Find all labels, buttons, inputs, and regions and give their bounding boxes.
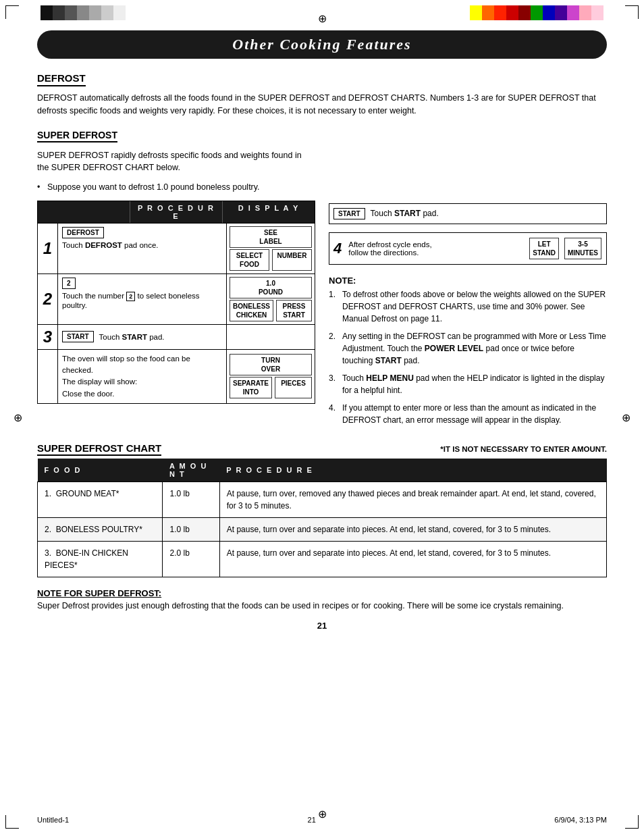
display-separate-into: SEPARATEINTO bbox=[230, 377, 272, 398]
num-2-key: 2 bbox=[62, 278, 76, 289]
proc-content-4: The oven will stop so the food can be ch… bbox=[58, 350, 227, 403]
chart-food-3: 3. BONE-IN CHICKEN PIECES* bbox=[38, 541, 163, 577]
footer-center: 21 bbox=[308, 816, 316, 824]
display-turn-over: TURNOVER bbox=[230, 354, 312, 375]
super-defrost-intro: SUPER DEFROST rapidly defrosts specific … bbox=[37, 149, 315, 175]
proc-row-2: 2 2 Touch the number 2 to select boneles… bbox=[38, 273, 315, 324]
footer-left: Untitled-1 bbox=[37, 816, 69, 824]
note-item-4: If you attempt to enter more or less tha… bbox=[329, 399, 607, 429]
chart-table-header-row: F O O D A M O U N T P R O C E D U R E bbox=[38, 459, 607, 482]
defrost-key: DEFROST bbox=[62, 227, 104, 238]
proc-header-display: D I S P L A Y bbox=[223, 201, 315, 223]
display-select-food: SELECTFOOD bbox=[230, 249, 269, 271]
proc-num-3: 3 bbox=[38, 325, 58, 349]
proc-row-4: The oven will stop so the food can be ch… bbox=[38, 349, 315, 403]
defrost-section: DEFROST DEFROST automatically defrosts a… bbox=[37, 72, 607, 429]
inline-2-key: 2 bbox=[126, 292, 135, 301]
proc-num-4 bbox=[38, 350, 58, 403]
display-pieces: PIECES bbox=[275, 377, 312, 398]
chart-note: *IT IS NOT NECESSARY TO ENTER AMOUNT. bbox=[440, 445, 607, 453]
proc-desc-1: Touch DEFROST pad once. bbox=[62, 241, 222, 249]
chart-row-3: 3. BONE-IN CHICKEN PIECES* 2.0 lb At pau… bbox=[38, 541, 607, 577]
proc-display-4: TURNOVER SEPARATEINTO PIECES bbox=[227, 350, 315, 403]
chart-proc-3: At pause, turn over and separate into pi… bbox=[219, 541, 606, 577]
note-list: To defrost other foods above or below th… bbox=[329, 286, 607, 429]
proc-num-1: 1 bbox=[38, 224, 58, 273]
super-note-title: NOTE FOR SUPER DEFROST: bbox=[37, 588, 607, 598]
chart-header-row: SUPER DEFROST CHART *IT IS NOT NECESSARY… bbox=[37, 442, 607, 456]
chart-title: SUPER DEFROST CHART bbox=[37, 442, 161, 456]
right-column: START Touch START pad. 4 After defrost c… bbox=[329, 149, 607, 429]
proc-display-3 bbox=[227, 325, 315, 349]
left-column: SUPER DEFROST rapidly defrosts specific … bbox=[37, 149, 315, 429]
let-stand-display: LETSTAND bbox=[529, 238, 559, 259]
crosshair-top: ⊕ bbox=[0, 12, 644, 25]
step4-num: 4 bbox=[333, 240, 342, 257]
start-key-3: START bbox=[62, 331, 94, 342]
super-note-text: Super Defrost provides just enough defro… bbox=[37, 601, 607, 610]
chart-row-1: 1. GROUND MEAT* 1.0 lb At pause, turn ov… bbox=[38, 481, 607, 517]
procedure-table: P R O C E D U R E D I S P L A Y 1 DEFROS… bbox=[37, 201, 315, 404]
crosshair-left: ⊕ bbox=[14, 411, 22, 423]
display-1lb: 1.0POUND bbox=[230, 277, 312, 298]
display-press-start: PRESSSTART bbox=[276, 300, 312, 321]
super-note: NOTE FOR SUPER DEFROST: Super Defrost pr… bbox=[37, 588, 607, 610]
super-defrost-title: SUPER DEFROST bbox=[37, 130, 117, 142]
footer: Untitled-1 21 6/9/04, 3:13 PM bbox=[0, 816, 644, 824]
proc-desc-2: Touch the number 2 to select boneless po… bbox=[62, 292, 222, 309]
note-item-1: To defrost other foods above or below th… bbox=[329, 286, 607, 328]
chart-proc-2: At pause, turn over and separate into pi… bbox=[219, 517, 606, 541]
super-defrost-section: SUPER DEFROST SUPER DEFROST rapidly defr… bbox=[37, 130, 607, 429]
minutes-display: 3-5MINUTES bbox=[564, 238, 601, 259]
page-title: Other Cooking Features bbox=[57, 36, 587, 53]
proc-header-num bbox=[38, 201, 130, 223]
after-defrost-row: 4 After defrost cycle ends,follow the di… bbox=[329, 232, 607, 265]
chart-food-1: 1. GROUND MEAT* bbox=[38, 481, 163, 517]
proc-row-1: 1 DEFROST Touch DEFROST pad once. SEELAB… bbox=[38, 223, 315, 273]
right-start-key: START bbox=[333, 208, 365, 219]
chart-th-amount: A M O U N T bbox=[163, 459, 219, 482]
chart-amount-3: 2.0 lb bbox=[163, 541, 219, 577]
proc-desc-3: Touch START pad. bbox=[99, 333, 165, 341]
proc-content-3: START Touch START pad. bbox=[58, 325, 227, 349]
proc-table-header: P R O C E D U R E D I S P L A Y bbox=[38, 201, 315, 223]
chart-proc-1: At pause, turn over, removed any thawed … bbox=[219, 481, 606, 517]
display-boneless-chicken: BONELESSCHICKEN bbox=[230, 300, 273, 321]
chart-food-2: 2. BONELESS POULTRY* bbox=[38, 517, 163, 541]
crosshair-right: ⊕ bbox=[622, 411, 630, 423]
page-number: 21 bbox=[37, 621, 607, 631]
proc-row-3: 3 START Touch START pad. bbox=[38, 324, 315, 349]
proc-content-2: 2 Touch the number 2 to select boneless … bbox=[58, 274, 227, 324]
note-title: NOTE: bbox=[329, 276, 607, 286]
proc-display-2: 1.0POUND BONELESSCHICKEN PRESSSTART bbox=[227, 274, 315, 324]
right-start-desc: Touch START pad. bbox=[371, 209, 439, 218]
chart-section: SUPER DEFROST CHART *IT IS NOT NECESSARY… bbox=[37, 442, 607, 610]
proc-display-1: SEELABEL SELECTFOOD NUMBER bbox=[227, 224, 315, 273]
chart-row-2: 2. BONELESS POULTRY* 1.0 lb At pause, tu… bbox=[38, 517, 607, 541]
proc-num-2: 2 bbox=[38, 274, 58, 324]
defrost-intro: DEFROST automatically defrosts all the f… bbox=[37, 92, 607, 118]
super-defrost-bullet: Suppose you want to defrost 1.0 pound bo… bbox=[37, 181, 315, 194]
display-number: NUMBER bbox=[272, 249, 312, 271]
chart-th-food: F O O D bbox=[38, 459, 163, 482]
chart-amount-2: 1.0 lb bbox=[163, 517, 219, 541]
page-header: Other Cooking Features bbox=[37, 30, 607, 59]
defrost-title: DEFROST bbox=[37, 72, 86, 86]
footer-right: 6/9/04, 3:13 PM bbox=[554, 816, 607, 824]
chart-amount-1: 1.0 lb bbox=[163, 481, 219, 517]
note-section: NOTE: To defrost other foods above or be… bbox=[329, 276, 607, 429]
chart-table: F O O D A M O U N T P R O C E D U R E 1.… bbox=[37, 459, 607, 577]
right-start-step: START Touch START pad. bbox=[329, 203, 607, 224]
chart-th-procedure: P R O C E D U R E bbox=[219, 459, 606, 482]
note-item-2: Any setting in the DEFROST can be progra… bbox=[329, 328, 607, 369]
step4-desc: After defrost cycle ends,follow the dire… bbox=[348, 240, 525, 257]
proc-content-1: DEFROST Touch DEFROST pad once. bbox=[58, 224, 227, 273]
proc-header-procedure: P R O C E D U R E bbox=[130, 201, 223, 223]
note-item-3: Touch HELP MENU pad when the HELP indica… bbox=[329, 369, 607, 399]
display-see-label: SEELABEL bbox=[230, 226, 312, 248]
